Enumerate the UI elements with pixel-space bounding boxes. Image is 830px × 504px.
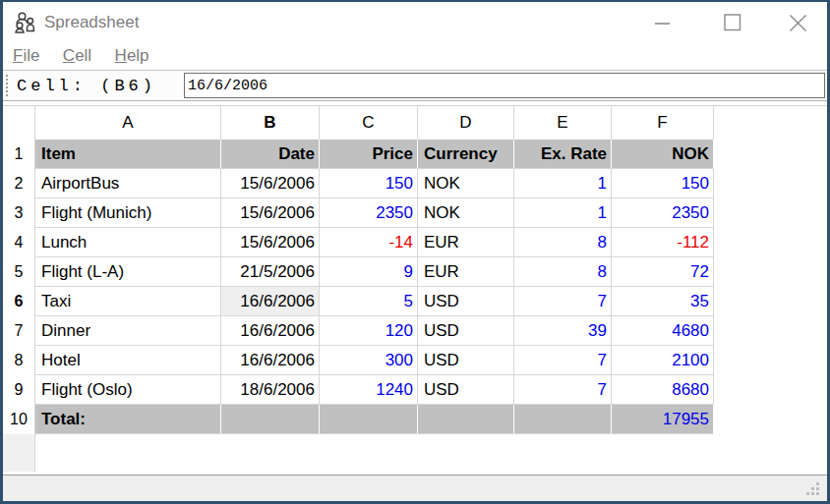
cell-D2[interactable]: NOK	[418, 169, 514, 198]
cell-C6[interactable]: 5	[320, 287, 418, 316]
grid-row-1: 1ItemDatePriceCurrencyEx. RateNOK	[3, 140, 827, 169]
cell-E2[interactable]: 1	[514, 169, 612, 198]
row-header-8[interactable]: 8	[3, 346, 35, 375]
cell-E1[interactable]: Ex. Rate	[514, 140, 612, 169]
cell-B5[interactable]: 21/5/2006	[221, 257, 320, 287]
column-header-B[interactable]: B	[221, 106, 320, 140]
cell-B7[interactable]: 16/6/2006	[221, 316, 320, 346]
cell-A4[interactable]: Lunch	[35, 228, 221, 257]
cell-C4[interactable]: -14	[320, 228, 418, 257]
cell-B3[interactable]: 15/6/2006	[221, 198, 320, 228]
toolbar-grip-icon[interactable]	[6, 75, 8, 96]
cell-E7[interactable]: 39	[514, 316, 612, 346]
cell-A10[interactable]: Total:	[35, 405, 221, 434]
spreadsheet-grid: ABCDEF1ItemDatePriceCurrencyEx. RateNOK2…	[3, 105, 827, 434]
cell-D4[interactable]: EUR	[418, 228, 514, 257]
cell-E8[interactable]: 7	[514, 346, 612, 375]
cell-C2[interactable]: 150	[320, 169, 418, 198]
cell-E4[interactable]: 8	[514, 228, 612, 257]
cell-D5[interactable]: EUR	[418, 257, 514, 287]
cell-D3[interactable]: NOK	[418, 198, 514, 228]
grid-row-5: 5Flight (L-A)21/5/20069EUR872	[3, 257, 827, 287]
column-header-C[interactable]: C	[320, 106, 418, 140]
grid-row-9: 9Flight (Oslo)18/6/20061240USD78680	[3, 375, 827, 405]
corner-cell[interactable]	[3, 106, 35, 140]
row-header-2[interactable]: 2	[3, 169, 35, 198]
cell-A5[interactable]: Flight (L-A)	[35, 257, 221, 287]
cell-A9[interactable]: Flight (Oslo)	[35, 375, 221, 405]
row-header-4[interactable]: 4	[3, 228, 35, 257]
cell-A1[interactable]: Item	[35, 140, 221, 169]
menubar: File Cell Help	[3, 43, 827, 71]
minimize-button[interactable]	[626, 2, 697, 43]
cell-A3[interactable]: Flight (Munich)	[35, 198, 221, 228]
menu-item-file[interactable]: File	[13, 43, 39, 69]
menu-item-help[interactable]: Help	[115, 43, 149, 69]
cell-A2[interactable]: AirportBus	[35, 169, 221, 198]
maximize-icon	[724, 14, 741, 31]
cell-A7[interactable]: Dinner	[35, 316, 221, 346]
close-button[interactable]	[768, 2, 827, 43]
cell-E10[interactable]	[514, 405, 612, 434]
row-header-10[interactable]: 10	[3, 405, 35, 434]
column-header-A[interactable]: A	[35, 106, 221, 140]
column-header-E[interactable]: E	[514, 106, 612, 140]
cell-C8[interactable]: 300	[320, 346, 418, 375]
cell-D10[interactable]	[418, 405, 514, 434]
cell-B10[interactable]	[221, 405, 320, 434]
column-header-F[interactable]: F	[612, 106, 714, 140]
cell-D9[interactable]: USD	[418, 375, 514, 405]
row-header-5[interactable]: 5	[3, 257, 35, 287]
cell-F4[interactable]: -112	[612, 228, 714, 257]
cell-F5[interactable]: 72	[612, 257, 714, 287]
cell-B4[interactable]: 15/6/2006	[221, 228, 320, 257]
cell-F9[interactable]: 8680	[612, 375, 714, 405]
cell-C7[interactable]: 120	[320, 316, 418, 346]
cell-C9[interactable]: 1240	[320, 375, 418, 405]
cell-B8[interactable]: 16/6/2006	[221, 346, 320, 375]
cell-F8[interactable]: 2100	[612, 346, 714, 375]
row-header-3[interactable]: 3	[3, 198, 35, 228]
row-header-7[interactable]: 7	[3, 316, 35, 346]
cell-A8[interactable]: Hotel	[35, 346, 221, 375]
cell-B2[interactable]: 15/6/2006	[221, 169, 320, 198]
row-header-1[interactable]: 1	[3, 140, 35, 169]
grid-row-8: 8Hotel16/6/2006300USD72100	[3, 346, 827, 375]
cell-F10[interactable]: 17955	[612, 405, 714, 434]
cell-C1[interactable]: Price	[320, 140, 418, 169]
cell-F7[interactable]: 4680	[612, 316, 714, 346]
horizontal-scrollbar-area[interactable]	[3, 475, 827, 501]
grid-row-2: 2AirportBus15/6/2006150NOK1150	[3, 169, 827, 198]
column-header-D[interactable]: D	[418, 106, 514, 140]
cell-C5[interactable]: 9	[320, 257, 418, 287]
cell-E6[interactable]: 7	[514, 287, 612, 316]
row-gutter-extension	[3, 434, 35, 472]
window-title: Spreadsheet	[44, 13, 139, 32]
cell-C10[interactable]	[320, 405, 418, 434]
cell-B6[interactable]: 16/6/2006	[221, 287, 320, 316]
cell-E5[interactable]: 8	[514, 257, 612, 287]
cell-D1[interactable]: Currency	[418, 140, 514, 169]
cell-E3[interactable]: 1	[514, 198, 612, 228]
cell-F3[interactable]: 2350	[612, 198, 714, 228]
cell-B9[interactable]: 18/6/2006	[221, 375, 320, 405]
cell-F2[interactable]: 150	[612, 169, 714, 198]
cell-C3[interactable]: 2350	[320, 198, 418, 228]
cell-F6[interactable]: 35	[612, 287, 714, 316]
cell-D6[interactable]: USD	[418, 287, 514, 316]
cell-B1[interactable]: Date	[221, 140, 320, 169]
maximize-button[interactable]	[697, 2, 768, 43]
formula-input[interactable]	[184, 73, 825, 98]
cell-E9[interactable]: 7	[514, 375, 612, 405]
titlebar: Spreadsheet	[3, 2, 827, 43]
cell-D8[interactable]: USD	[418, 346, 514, 375]
cell-F1[interactable]: NOK	[612, 140, 714, 169]
resize-grip-icon[interactable]	[806, 482, 820, 496]
menu-item-cell[interactable]: Cell	[63, 43, 91, 69]
row-header-9[interactable]: 9	[3, 375, 35, 405]
row-header-6[interactable]: 6	[3, 287, 35, 316]
minimize-icon	[654, 15, 671, 31]
column-header-row: ABCDEF	[3, 106, 827, 140]
cell-A6[interactable]: Taxi	[35, 287, 221, 316]
cell-D7[interactable]: USD	[418, 316, 514, 346]
